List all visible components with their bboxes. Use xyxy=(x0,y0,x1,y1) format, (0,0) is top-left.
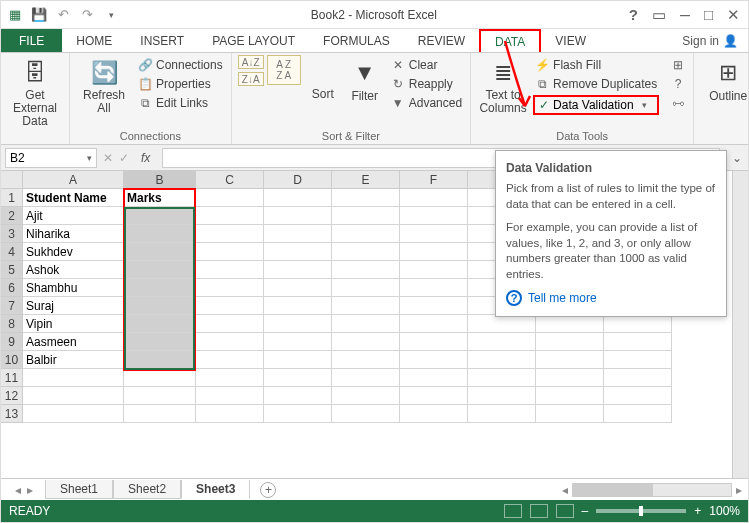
cell-B13[interactable] xyxy=(124,405,196,423)
cell-D6[interactable] xyxy=(264,279,332,297)
row-header-13[interactable]: 13 xyxy=(1,405,23,423)
zoom-out-button[interactable]: – xyxy=(582,504,589,518)
cell-D1[interactable] xyxy=(264,189,332,207)
cell-E7[interactable] xyxy=(332,297,400,315)
cell-I8[interactable] xyxy=(604,315,672,333)
advanced-button[interactable]: ▼Advanced xyxy=(389,95,464,111)
col-header-E[interactable]: E xyxy=(332,171,400,189)
outline-button[interactable]: ⊞ Outline xyxy=(700,55,749,107)
cell-A9[interactable]: Aasmeen xyxy=(23,333,124,351)
row-header-2[interactable]: 2 xyxy=(1,207,23,225)
sheet-next-icon[interactable]: ▸ xyxy=(27,483,33,497)
vertical-scrollbar[interactable] xyxy=(732,171,748,478)
cell-F3[interactable] xyxy=(400,225,468,243)
cell-C11[interactable] xyxy=(196,369,264,387)
cell-C2[interactable] xyxy=(196,207,264,225)
row-header-4[interactable]: 4 xyxy=(1,243,23,261)
cell-E10[interactable] xyxy=(332,351,400,369)
cell-G8[interactable] xyxy=(468,315,536,333)
cell-F1[interactable] xyxy=(400,189,468,207)
cell-C9[interactable] xyxy=(196,333,264,351)
cell-C4[interactable] xyxy=(196,243,264,261)
cell-E1[interactable] xyxy=(332,189,400,207)
cell-H10[interactable] xyxy=(536,351,604,369)
horizontal-scrollbar[interactable]: ◂ ▸ xyxy=(562,483,748,497)
edit-links-button[interactable]: ⧉Edit Links xyxy=(136,95,225,111)
cell-C6[interactable] xyxy=(196,279,264,297)
cell-H11[interactable] xyxy=(536,369,604,387)
text-to-columns-button[interactable]: ≣ Text to Columns xyxy=(477,55,529,119)
data-validation-button[interactable]: ✓Data Validation▾ xyxy=(533,95,659,115)
sort-asc-button[interactable]: A↓Z xyxy=(238,55,264,69)
cell-D5[interactable] xyxy=(264,261,332,279)
cell-B11[interactable] xyxy=(124,369,196,387)
cell-G13[interactable] xyxy=(468,405,536,423)
cell-E3[interactable] xyxy=(332,225,400,243)
cell-A7[interactable]: Suraj xyxy=(23,297,124,315)
col-header-C[interactable]: C xyxy=(196,171,264,189)
flash-fill-button[interactable]: ⚡Flash Fill xyxy=(533,57,659,73)
cell-B5[interactable] xyxy=(124,261,196,279)
cell-F11[interactable] xyxy=(400,369,468,387)
row-header-12[interactable]: 12 xyxy=(1,387,23,405)
cell-F12[interactable] xyxy=(400,387,468,405)
cell-I11[interactable] xyxy=(604,369,672,387)
zoom-level[interactable]: 100% xyxy=(709,504,740,518)
cell-B10[interactable] xyxy=(124,351,196,369)
fx-button[interactable]: fx xyxy=(135,151,156,165)
cell-C12[interactable] xyxy=(196,387,264,405)
cell-I9[interactable] xyxy=(604,333,672,351)
cell-A6[interactable]: Shambhu xyxy=(23,279,124,297)
tab-data[interactable]: DATA xyxy=(479,29,541,52)
cell-B2[interactable] xyxy=(124,207,196,225)
undo-icon[interactable]: ↶ xyxy=(55,7,71,23)
view-page-button[interactable] xyxy=(530,504,548,518)
row-header-7[interactable]: 7 xyxy=(1,297,23,315)
cell-B8[interactable] xyxy=(124,315,196,333)
cell-A5[interactable]: Ashok xyxy=(23,261,124,279)
col-header-F[interactable]: F xyxy=(400,171,468,189)
cell-F5[interactable] xyxy=(400,261,468,279)
sheet-prev-icon[interactable]: ◂ xyxy=(15,483,21,497)
cell-A3[interactable]: Niharika xyxy=(23,225,124,243)
cell-D10[interactable] xyxy=(264,351,332,369)
whatif-button[interactable]: ? xyxy=(669,76,687,92)
clear-button[interactable]: ✕Clear xyxy=(389,57,464,73)
cell-D11[interactable] xyxy=(264,369,332,387)
filter-button[interactable]: ▼ Filter xyxy=(345,55,385,107)
ribbon-options-icon[interactable]: ▭ xyxy=(652,6,666,24)
cell-F6[interactable] xyxy=(400,279,468,297)
cell-B6[interactable] xyxy=(124,279,196,297)
tab-file[interactable]: FILE xyxy=(1,29,62,52)
connections-button[interactable]: 🔗Connections xyxy=(136,57,225,73)
cell-C10[interactable] xyxy=(196,351,264,369)
cell-A11[interactable] xyxy=(23,369,124,387)
name-box[interactable]: B2▾ xyxy=(5,148,97,168)
cell-I10[interactable] xyxy=(604,351,672,369)
cell-A12[interactable] xyxy=(23,387,124,405)
cell-G10[interactable] xyxy=(468,351,536,369)
cell-I13[interactable] xyxy=(604,405,672,423)
tab-home[interactable]: HOME xyxy=(62,29,126,52)
cell-C13[interactable] xyxy=(196,405,264,423)
cell-B1[interactable]: Marks xyxy=(124,189,196,207)
tab-review[interactable]: REVIEW xyxy=(404,29,479,52)
remove-duplicates-button[interactable]: ⧉Remove Duplicates xyxy=(533,76,659,92)
cell-B7[interactable] xyxy=(124,297,196,315)
close-icon[interactable]: ✕ xyxy=(727,6,740,24)
cell-F2[interactable] xyxy=(400,207,468,225)
cell-A2[interactable]: Ajit xyxy=(23,207,124,225)
col-header-B[interactable]: B xyxy=(124,171,196,189)
cell-D9[interactable] xyxy=(264,333,332,351)
save-icon[interactable]: 💾 xyxy=(31,7,47,23)
cell-E12[interactable] xyxy=(332,387,400,405)
tell-me-more-link[interactable]: ? Tell me more xyxy=(506,290,716,306)
cell-C5[interactable] xyxy=(196,261,264,279)
cell-H12[interactable] xyxy=(536,387,604,405)
row-header-10[interactable]: 10 xyxy=(1,351,23,369)
view-break-button[interactable] xyxy=(556,504,574,518)
help-icon[interactable]: ? xyxy=(629,6,638,23)
redo-icon[interactable]: ↷ xyxy=(79,7,95,23)
row-header-3[interactable]: 3 xyxy=(1,225,23,243)
maximize-icon[interactable]: □ xyxy=(704,6,713,23)
